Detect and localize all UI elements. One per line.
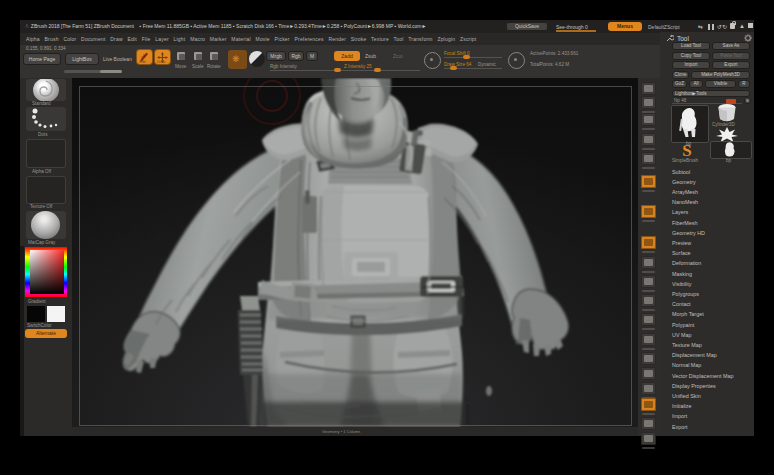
svg-text:S: S (682, 142, 691, 159)
